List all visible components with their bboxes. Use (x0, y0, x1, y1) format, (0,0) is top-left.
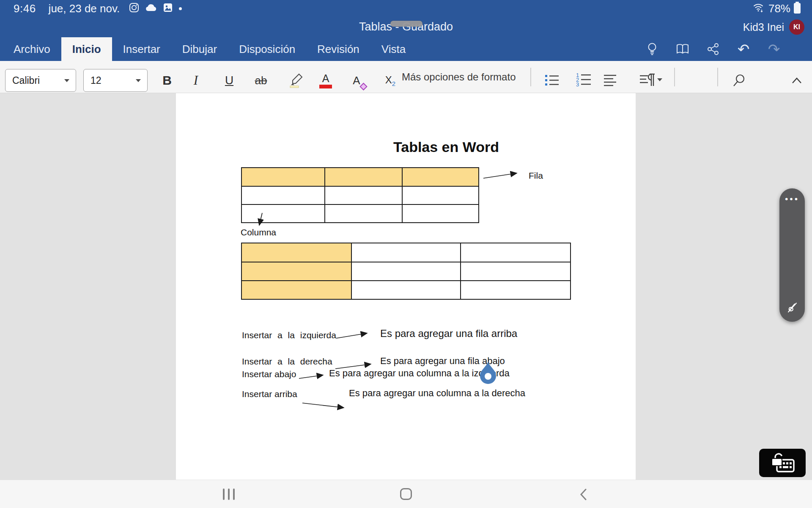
fila-label: Fila (529, 171, 543, 181)
wifi-icon (753, 2, 765, 15)
tab-revision[interactable]: Revisión (306, 37, 370, 61)
spen-floating-toolbar[interactable]: ••• (779, 188, 805, 322)
document-area: Tablas en Word Fila Columna Insertar a l… (0, 93, 812, 480)
text-cursor-handle[interactable] (480, 361, 496, 384)
table-row-highlight[interactable] (241, 167, 479, 223)
line-1-right: Es para agregar una fila arriba (380, 328, 517, 340)
ribbon-right-icons: ↶ ↷ (644, 37, 782, 61)
table-row[interactable] (241, 262, 571, 281)
line-2-left: Insertar a la derecha (242, 356, 332, 367)
collapse-ribbon-button[interactable] (787, 69, 806, 92)
font-color-swatch (319, 85, 332, 88)
keyboard-lock-icon (769, 453, 796, 473)
account-name: Kid3 Inei (743, 21, 784, 33)
search-button[interactable] (730, 69, 748, 92)
toolbar-divider (530, 68, 531, 86)
bold-button[interactable]: B (158, 69, 176, 92)
chevron-up-icon (791, 77, 802, 84)
highlighter-icon (289, 73, 303, 88)
eraser-icon (359, 83, 367, 90)
bullet-list-button[interactable] (543, 69, 561, 92)
gallery-icon (163, 3, 173, 14)
chevron-down-icon (135, 78, 141, 83)
tab-archivo[interactable]: Archivo (3, 37, 61, 61)
status-left: 9:46 jue, 23 de nov. (0, 2, 182, 15)
toolbar-divider (674, 68, 675, 86)
cloud-icon (145, 3, 157, 14)
line-3-left: Insertar abajo (242, 369, 296, 379)
tab-disposicion[interactable]: Disposición (228, 37, 306, 61)
font-size-select[interactable]: 12 (83, 69, 148, 92)
document-heading: Tablas en Word (319, 139, 573, 155)
chevron-down-icon (64, 78, 70, 83)
columna-label: Columna (241, 227, 276, 237)
battery-percent: 78% (768, 2, 790, 15)
search-icon (732, 73, 746, 88)
instagram-icon (129, 3, 139, 14)
read-view-icon[interactable] (674, 40, 691, 58)
drag-dots[interactable]: ••• (785, 194, 799, 203)
tab-dibujar[interactable]: Dibujar (171, 37, 228, 61)
android-nav-bar (0, 480, 812, 508)
account-area[interactable]: Kid3 Inei KI (743, 17, 804, 37)
table-row[interactable] (241, 186, 479, 204)
home-icon[interactable] (400, 488, 412, 500)
document-title-status: Tablas - Guardado (0, 17, 812, 37)
line-4-left: Insertar arriba (242, 389, 297, 399)
avatar[interactable]: KI (789, 19, 804, 35)
more-format-options-button[interactable]: Más opciones de formato (402, 61, 516, 93)
italic-button[interactable]: I (187, 69, 205, 92)
align-icon (604, 74, 617, 87)
table-column-highlight[interactable] (241, 243, 571, 300)
tab-vista[interactable]: Vista (370, 37, 417, 61)
tab-inicio[interactable]: Inicio (61, 37, 112, 61)
title-bar: Tablas - Guardado Kid3 Inei KI (0, 17, 812, 37)
notification-icons (129, 3, 182, 14)
pen-disabled-icon[interactable] (786, 301, 798, 315)
recents-icon[interactable] (223, 489, 235, 500)
font-name-value: Calibri (12, 75, 64, 86)
status-right: 78% (753, 0, 801, 17)
tell-me-bulb-icon[interactable] (644, 40, 661, 58)
battery-icon (793, 1, 801, 16)
align-button[interactable] (601, 69, 620, 92)
font-size-value: 12 (91, 75, 135, 86)
toolbar-divider (717, 68, 718, 86)
table-row[interactable] (241, 168, 479, 186)
numbered-list-button[interactable]: 1 2 3 (574, 69, 593, 92)
screen: 9:46 jue, 23 de nov. (0, 0, 812, 508)
subscript-button[interactable]: X2 (381, 69, 400, 92)
redo-icon[interactable]: ↷ (765, 40, 782, 58)
clock: 9:46 (14, 2, 36, 15)
bullet-list-icon (545, 74, 559, 87)
share-icon[interactable] (705, 40, 721, 58)
paragraph-formatting-icon (639, 73, 663, 88)
date: jue, 23 de nov. (49, 2, 120, 15)
paragraph-formatting-button[interactable] (638, 69, 665, 92)
document-page[interactable]: Tablas en Word Fila Columna Insertar a l… (176, 93, 636, 480)
table-row[interactable] (241, 204, 479, 223)
font-name-select[interactable]: Calibri (5, 69, 76, 92)
show-keyboard-button[interactable] (759, 449, 806, 477)
status-bar: 9:46 jue, 23 de nov. (0, 0, 812, 17)
font-color-button[interactable]: A (316, 69, 335, 92)
formatting-toolbar: Calibri 12 B I U ab A A X2 (0, 61, 812, 93)
tab-insertar[interactable]: Insertar (112, 37, 171, 61)
undo-icon[interactable]: ↶ (735, 40, 752, 58)
underline-button[interactable]: U (220, 69, 239, 92)
table-row[interactable] (241, 243, 571, 262)
numbered-list-icon: 1 2 3 (576, 73, 591, 88)
strikethrough-button[interactable]: ab (252, 69, 270, 92)
clear-formatting-button[interactable]: A (347, 69, 366, 92)
notification-dot (179, 7, 182, 10)
line-4-right: Es para agregar una columna a la derecha (349, 388, 525, 399)
table-row[interactable] (241, 281, 571, 299)
ribbon-tab-bar: Archivo Inicio Insertar Dibujar Disposic… (0, 37, 812, 61)
line-1-left: Insertar a la izquierda (242, 330, 336, 340)
highlighter-button[interactable] (287, 69, 305, 92)
title-overlay-pill (390, 21, 422, 27)
back-icon[interactable] (579, 489, 587, 502)
